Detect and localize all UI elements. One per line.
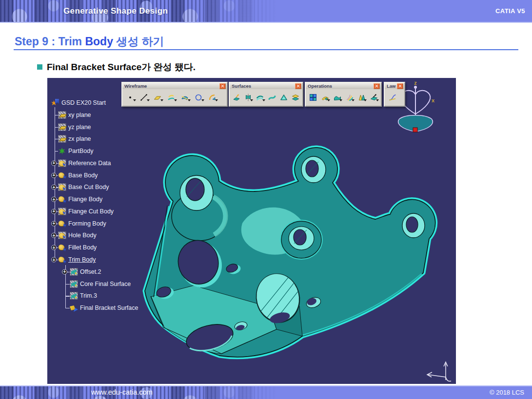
untrim-icon[interactable] bbox=[332, 91, 343, 104]
tree-item-partbody[interactable]: PartBody bbox=[58, 146, 93, 156]
tree-item-flange-cut-body[interactable]: Flange Cut Body bbox=[58, 207, 114, 216]
close-icon[interactable] bbox=[295, 83, 301, 89]
tree-item-reference-data[interactable]: Reference Data bbox=[58, 158, 111, 168]
app-title: Generative Shape Design bbox=[63, 0, 168, 22]
op-icon bbox=[70, 268, 78, 276]
extract-icon[interactable] bbox=[368, 91, 379, 104]
body-icon bbox=[58, 195, 66, 203]
revolve-icon[interactable] bbox=[243, 91, 254, 104]
tree-item-label: Fillet Body bbox=[68, 244, 97, 251]
toolbar-wireframe[interactable]: Wireframe bbox=[121, 82, 228, 107]
tree-item-label: xy plane bbox=[68, 112, 91, 118]
line-icon[interactable] bbox=[138, 91, 150, 104]
corner-icon[interactable] bbox=[206, 91, 218, 104]
tree-item-fillet-body[interactable]: Fillet Body bbox=[58, 243, 97, 252]
tree-item-trim-3[interactable]: Trim.3 bbox=[70, 291, 97, 301]
plane-icon bbox=[58, 123, 66, 131]
site-link[interactable]: www.edu-catia.com bbox=[91, 386, 153, 399]
tree-item-label: Forming Body bbox=[68, 220, 106, 227]
body-icon bbox=[58, 256, 66, 264]
expand-icon[interactable] bbox=[51, 197, 57, 202]
tree-item-yz-plane[interactable]: yz plane bbox=[58, 122, 91, 132]
close-icon[interactable] bbox=[219, 83, 226, 89]
tree-item-hole-body[interactable]: Hole Body bbox=[58, 230, 97, 240]
blend-icon[interactable] bbox=[290, 91, 301, 104]
projection-icon[interactable] bbox=[165, 91, 177, 104]
body-icon bbox=[58, 183, 66, 191]
tree-item-label: GSD EX20 Start bbox=[61, 99, 106, 106]
tree-item-base-cut-body[interactable]: Base Cut Body bbox=[58, 182, 109, 192]
bullet-tail: 가 완성 됐다. bbox=[141, 62, 196, 72]
page-title-highlight: Body bbox=[85, 35, 113, 48]
partbody-icon bbox=[58, 147, 66, 155]
offset-icon[interactable] bbox=[255, 91, 265, 104]
tree-item-label: Base Cut Body bbox=[68, 184, 109, 190]
tree-item-gsd-ex20-start[interactable]: GSD EX20 Start bbox=[51, 98, 106, 108]
copyright-text: © 2018 LCS bbox=[490, 386, 524, 399]
healing-icon[interactable] bbox=[319, 91, 331, 104]
page-title: Step 9 : Trim Body 생성 하기 bbox=[15, 34, 164, 49]
tree-item-xy-plane[interactable]: xy plane bbox=[58, 110, 91, 120]
fill-icon[interactable] bbox=[278, 91, 289, 104]
title-underline bbox=[14, 49, 518, 50]
header-bar: Generative Shape Design CATIA V5 bbox=[0, 0, 532, 23]
extrude-icon[interactable] bbox=[231, 91, 242, 104]
expand-icon[interactable] bbox=[51, 245, 57, 250]
close-icon[interactable] bbox=[374, 83, 380, 89]
tree-item-flange-body[interactable]: Flange Body bbox=[58, 194, 102, 204]
trim-icon[interactable] bbox=[356, 91, 367, 104]
toolbar-operations[interactable]: Operations bbox=[305, 82, 382, 107]
plane-icon bbox=[58, 111, 66, 119]
toolbar-law[interactable]: Law bbox=[384, 82, 405, 107]
toolbar-title: Law bbox=[387, 83, 395, 89]
circle-icon[interactable] bbox=[192, 91, 205, 104]
expand-icon[interactable] bbox=[51, 209, 57, 214]
close-icon[interactable] bbox=[397, 83, 403, 89]
tree-item-label: Flange Body bbox=[68, 196, 102, 203]
intersection-icon[interactable] bbox=[178, 91, 191, 104]
expand-icon[interactable] bbox=[51, 185, 57, 190]
expand-icon[interactable] bbox=[62, 269, 67, 274]
plane-icon[interactable] bbox=[151, 91, 164, 104]
expand-icon[interactable] bbox=[51, 221, 57, 226]
toolbar-surfaces[interactable]: Surfaces bbox=[229, 82, 303, 107]
spec-tree[interactable]: GSD EX20 Startxy planeyz planezx planePa… bbox=[47, 78, 456, 384]
tree-item-final-bracket-surface[interactable]: Final Bracket Surface bbox=[70, 303, 138, 313]
bullet-item: Final Bracket Surface가 완성 됐다. bbox=[37, 61, 196, 74]
toolbar-title: Surfaces bbox=[232, 83, 251, 89]
tree-item-trim-body[interactable]: Trim Body bbox=[58, 255, 96, 265]
tree-item-label: zx plane bbox=[68, 135, 91, 142]
footer-bar: www.edu-catia.com © 2018 LCS bbox=[0, 385, 532, 399]
toolbar-title: Operations bbox=[308, 83, 332, 89]
sweep-icon[interactable] bbox=[267, 91, 277, 104]
body-icon bbox=[58, 159, 66, 167]
part-root-icon bbox=[51, 99, 59, 107]
op-icon bbox=[70, 280, 78, 288]
point-icon[interactable] bbox=[124, 91, 137, 104]
expand-icon[interactable] bbox=[51, 233, 57, 238]
body-icon bbox=[58, 244, 66, 251]
bullet-text: Final Bracket Surface가 완성 됐다. bbox=[47, 61, 196, 74]
tree-item-label: Final Bracket Surface bbox=[80, 304, 138, 311]
page-title-suffix: 생성 하기 bbox=[113, 35, 164, 48]
op-icon bbox=[70, 292, 78, 300]
law-icon[interactable] bbox=[386, 91, 399, 104]
tree-item-zx-plane[interactable]: zx plane bbox=[58, 134, 91, 144]
catia-viewport[interactable]: z x WireframeSurfacesOperationsLaw GSD E… bbox=[47, 78, 456, 384]
tree-item-core-final-surface[interactable]: Core Final Surface bbox=[70, 279, 131, 289]
bullet-lead: Final Bracket Surface bbox=[47, 62, 141, 72]
tree-item-label: Offset.2 bbox=[80, 268, 101, 275]
expand-icon[interactable] bbox=[51, 172, 57, 178]
tree-item-label: PartBody bbox=[68, 148, 93, 154]
join-icon[interactable] bbox=[307, 91, 318, 104]
expand-icon[interactable] bbox=[51, 257, 57, 263]
split-icon[interactable] bbox=[344, 91, 355, 104]
tree-item-offset-2[interactable]: Offset.2 bbox=[70, 267, 101, 277]
brand-label: CATIA V5 bbox=[495, 0, 525, 22]
tree-item-base-body[interactable]: Base Body bbox=[58, 171, 98, 180]
tree-item-forming-body[interactable]: Forming Body bbox=[58, 219, 106, 228]
tree-item-label: Hole Body bbox=[68, 232, 97, 239]
tree-item-label: Reference Data bbox=[68, 160, 111, 167]
expand-icon[interactable] bbox=[51, 160, 57, 166]
page-title-prefix: Step 9 : Trim bbox=[15, 35, 85, 48]
